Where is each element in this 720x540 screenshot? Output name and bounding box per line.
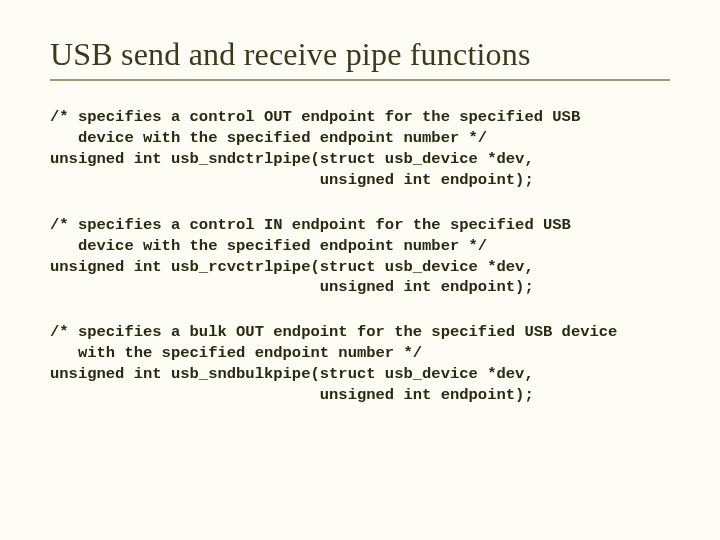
- slide: USB send and receive pipe functions /* s…: [0, 0, 720, 540]
- slide-title: USB send and receive pipe functions: [50, 36, 670, 73]
- code-block-2: /* specifies a control IN endpoint for t…: [50, 215, 670, 299]
- code-block-1: /* specifies a control OUT endpoint for …: [50, 107, 670, 191]
- title-underline: [50, 79, 670, 81]
- code-block-3: /* specifies a bulk OUT endpoint for the…: [50, 322, 670, 406]
